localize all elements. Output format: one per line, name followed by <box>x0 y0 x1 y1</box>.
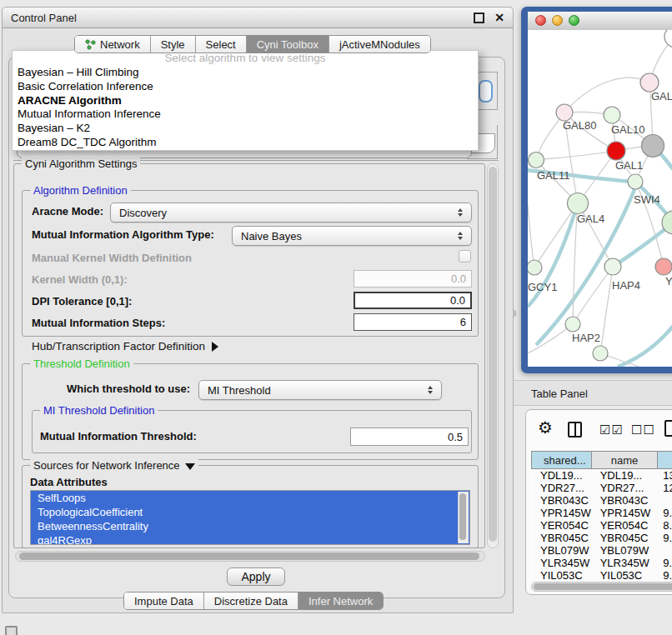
network-node-gal11[interactable] <box>529 152 544 168</box>
attributes-scrollbar[interactable] <box>458 492 469 543</box>
tab-select[interactable]: Select <box>196 36 247 52</box>
mi-steps-value: 6 <box>460 316 466 328</box>
manual-kernel-checkbox[interactable] <box>459 250 471 262</box>
table-row[interactable]: YLR345WYLR345W9. <box>532 557 672 569</box>
file-icon[interactable] <box>664 420 672 437</box>
algorithm-option[interactable]: Dream8 DC_TDC Algorithm <box>13 136 478 150</box>
mi-steps-field[interactable]: 6 <box>354 313 472 331</box>
expand-right-icon[interactable] <box>212 342 218 352</box>
network-node-gal80[interactable] <box>556 104 573 121</box>
mi-threshold-field[interactable]: 0.5 <box>350 428 469 446</box>
tab-network[interactable]: Network <box>75 36 151 52</box>
network-node-label: HAP4 <box>612 279 640 292</box>
network-node-hap2[interactable] <box>565 317 580 332</box>
float-window-icon[interactable] <box>474 12 484 23</box>
column-header[interactable] <box>658 452 672 468</box>
close-icon[interactable]: ✕ <box>494 12 504 23</box>
network-edge[interactable] <box>573 267 613 324</box>
algorithm-option[interactable]: Bayesian – Hill Climbing <box>13 66 478 80</box>
deselect-all-icon[interactable]: ☐☐ <box>631 422 655 438</box>
apply-button[interactable]: Apply <box>227 568 285 586</box>
mac-zoom-button[interactable] <box>569 15 579 26</box>
network-edge[interactable] <box>600 267 613 353</box>
table-row[interactable]: YDL19...YDL19...13 <box>532 469 672 482</box>
tab-discretize-data[interactable]: Discretize Data <box>204 592 298 609</box>
network-edge[interactable] <box>564 78 649 112</box>
network-node-gcy1[interactable] <box>528 260 542 275</box>
table-row[interactable]: YBR045CYBR045C9. <box>532 532 672 544</box>
algorithm-option[interactable]: Basic Correlation Inference <box>13 80 478 94</box>
network-edge-highlight[interactable] <box>618 320 672 367</box>
network-node-label: HAP2 <box>572 332 600 344</box>
network-node-hap4[interactable] <box>604 258 621 275</box>
attribute-item[interactable]: SelfLoops <box>31 491 469 505</box>
network-icon <box>85 39 96 50</box>
attribute-item[interactable]: BetweennessCentrality <box>31 519 469 533</box>
network-edge[interactable] <box>536 151 616 160</box>
column-header[interactable]: shared... <box>532 452 592 468</box>
settings-vertical-scrollbar[interactable] <box>487 163 499 548</box>
hidden-combo-button[interactable] <box>479 80 493 102</box>
table-cell: YPR145W <box>532 507 592 519</box>
tab-jactivemnodules[interactable]: jActiveMNodules <box>329 36 430 52</box>
algorithm-option[interactable]: Mutual Information Inference <box>13 108 478 122</box>
hidden-groupbox-edge <box>467 158 498 159</box>
network-node[interactable] <box>593 346 608 361</box>
control-panel-titlebar: Control Panel ✕ <box>3 8 513 28</box>
mac-close-button[interactable] <box>535 15 546 26</box>
kernel-width-field[interactable]: 0.0 <box>354 270 472 288</box>
cyni-bottom-tabs: Impute DataDiscretize DataInfer Network <box>123 592 384 610</box>
algorithm-option[interactable]: Bayesian – K2 <box>13 122 478 136</box>
algorithm-dropdown-popup: Select algorithm to view settings Bayesi… <box>12 50 479 151</box>
mi-type-combo[interactable]: Naive Bayes <box>232 226 472 246</box>
tab-infer-network[interactable]: Infer Network <box>298 592 383 609</box>
attribute-item[interactable]: gal4RGexp <box>31 533 469 545</box>
combo-arrows-icon <box>424 386 437 394</box>
split-columns-icon[interactable] <box>568 422 582 438</box>
network-node-gal1[interactable] <box>607 142 625 160</box>
table-row[interactable]: YER054CYER054C8. <box>532 519 672 532</box>
network-node-gal[interactable] <box>640 73 659 92</box>
table-horizontal-scrollbar[interactable] <box>531 582 672 592</box>
network-node-y[interactable] <box>655 258 672 275</box>
aracne-mode-combo[interactable]: Discovery <box>110 202 472 222</box>
table-row[interactable]: YBR043CYBR043C <box>532 494 672 507</box>
table-row[interactable]: YDR27...YDR27...12 <box>532 482 672 494</box>
data-attributes-list[interactable]: SelfLoopsTopologicalCoefficientBetweenne… <box>30 490 470 545</box>
network-node-swi4[interactable] <box>628 174 643 189</box>
network-window-titlebar[interactable] <box>528 12 672 31</box>
attribute-item[interactable]: TopologicalCoefficient <box>31 505 469 519</box>
network-node-label: GAL4 <box>577 212 604 225</box>
which-threshold-combo[interactable]: MI Threshold <box>198 380 442 400</box>
gear-icon[interactable]: ⚙ <box>538 419 553 436</box>
sources-group-title[interactable]: Sources for Network Inference <box>30 459 198 472</box>
minimized-panel-icon[interactable] <box>5 626 18 635</box>
table-row[interactable]: YBL079WYBL079W <box>532 544 672 557</box>
network-node-label: GCY1 <box>528 281 557 293</box>
dpi-tolerance-field[interactable]: 0.0 <box>354 292 472 309</box>
tab-impute-data[interactable]: Impute Data <box>124 592 204 609</box>
tab-style[interactable]: Style <box>151 36 196 52</box>
table-cell: 13 <box>658 469 672 482</box>
collapse-down-icon[interactable] <box>185 463 195 470</box>
network-canvas[interactable]: GALGAL80GAL10GAL1GAL11SWI4GAL4GCY1HAP4YH… <box>528 30 672 367</box>
network-node[interactable] <box>642 135 664 158</box>
select-all-icon[interactable]: ☑☑ <box>599 422 624 438</box>
network-node-gal4[interactable] <box>568 193 589 214</box>
network-node-label: GAL <box>651 90 672 102</box>
aracne-mode-label: Aracne Mode: <box>32 205 103 218</box>
dpi-tolerance-label: DPI Tolerance [0,1]: <box>32 295 132 308</box>
tab-cyni-toolbox[interactable]: Cyni Toolbox <box>247 36 329 52</box>
column-header[interactable]: name <box>592 452 659 468</box>
settings-horizontal-scrollbar[interactable] <box>15 551 485 562</box>
network-edge[interactable] <box>528 205 534 268</box>
panel-splitter[interactable] <box>513 310 516 317</box>
mac-minimize-button[interactable] <box>552 15 563 26</box>
hub-factor-section[interactable]: Hub/Transcription Factor Definition <box>32 340 218 352</box>
algorithm-option[interactable]: ARACNE Algorithm <box>13 94 478 108</box>
table-row[interactable]: YPR145WYPR145W9. <box>532 507 672 519</box>
table-cell: 9. <box>658 532 672 544</box>
network-node-gal10[interactable] <box>604 107 620 123</box>
network-node[interactable] <box>664 30 672 48</box>
table-row[interactable]: YIL053CYIL053C9. <box>532 569 672 580</box>
